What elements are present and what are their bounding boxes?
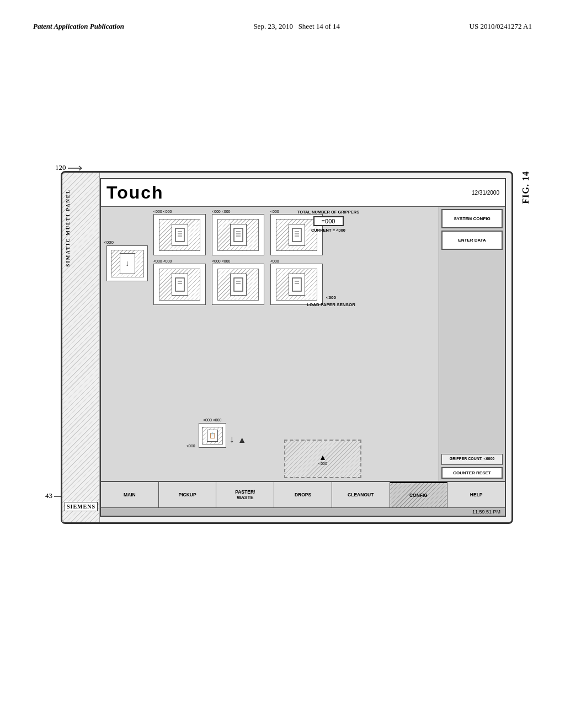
gripper-count-section: GRIPPER COUNT: <0000 xyxy=(441,454,503,465)
tab-drops[interactable]: DROPS xyxy=(274,482,332,507)
tab-config[interactable]: CONFIG xyxy=(390,482,448,507)
load-paper-text: LOAD PAPER SENSOR xyxy=(301,302,361,308)
load-paper-label: <000 xyxy=(301,295,361,301)
system-config-button[interactable]: SYSTEM CONFIG xyxy=(441,209,503,228)
nav-tabs: MAIN PICKUP PASTER/WASTE DROPS CLEANOUT … xyxy=(101,481,505,507)
tab-pickup[interactable]: PICKUP xyxy=(159,482,217,507)
device-frame: SIMATIC MULTI PANEL SIEMENS Touch 12/31/… xyxy=(61,171,513,524)
g1-label: <000 <000 xyxy=(153,210,209,213)
triangle-icon: ▲ xyxy=(238,435,247,445)
header-date-sheet: Sep. 23, 2010 Sheet 14 of 14 xyxy=(253,22,340,31)
gripper-1: <000 <000 xyxy=(153,210,209,255)
simatic-label: SIMATIC MULTI PANEL xyxy=(65,189,97,267)
date-display: 12/31/2000 xyxy=(472,190,499,196)
gripper-5: <000 <000 xyxy=(212,259,267,305)
counter-reset-button[interactable]: COUNTER RESET xyxy=(441,467,503,479)
current-value-label: CURRENT = <000 xyxy=(295,228,361,233)
gripper-count-label: GRIPPER COUNT: <0000 xyxy=(444,457,500,461)
svg-rect-10 xyxy=(234,228,243,242)
load-paper-section: <000 LOAD PAPER SENSOR xyxy=(301,295,361,307)
tab-main[interactable]: MAIN xyxy=(101,482,159,507)
svg-rect-21 xyxy=(234,278,243,291)
standalone-gripper: ↓ xyxy=(106,245,148,281)
figure-label: FIG. 14 xyxy=(521,171,531,204)
g2-label: <000 <000 xyxy=(212,210,267,213)
siemens-label: SIEMENS xyxy=(65,502,98,511)
svg-rect-6 xyxy=(175,228,184,242)
touch-title: Touch xyxy=(106,183,164,203)
total-grippers-label: TOTAL NUMBER OF GRIPPERS xyxy=(295,210,361,215)
header-patent: US 2010/0241272 A1 xyxy=(470,22,532,31)
svg-rect-24 xyxy=(292,278,301,291)
bottom-hatch-area: ▲ <000 xyxy=(284,440,361,478)
standalone-value: <000 xyxy=(104,240,114,245)
total-grippers-value: =000 xyxy=(313,216,344,226)
device-side-panel: SIMATIC MULTI PANEL SIEMENS xyxy=(62,173,100,522)
gripper-4: <000 <000 xyxy=(153,259,209,305)
tab-cleanout[interactable]: CLEANOUT xyxy=(332,482,390,507)
bottom-val1: <000 xyxy=(186,444,195,448)
time-display: 11:59:51 PM xyxy=(472,509,500,515)
svg-rect-18 xyxy=(175,278,184,291)
enter-data-button[interactable]: ENTER DATA xyxy=(441,231,503,250)
tab-help[interactable]: HELP xyxy=(447,482,505,507)
right-sidebar: SYSTEM CONFIG ENTER DATA GRIPPER COUNT: … xyxy=(439,207,505,481)
gripper-2: <000 <000 xyxy=(212,210,267,255)
tab-paster-waste[interactable]: PASTER/WASTE xyxy=(216,482,274,507)
total-grippers-section: TOTAL NUMBER OF GRIPPERS =000 CURRENT = … xyxy=(295,210,361,233)
header-publication: Patent Application Publication xyxy=(33,22,124,31)
arrow-down-icon: ↓ xyxy=(230,433,234,445)
time-bar: 11:59:51 PM xyxy=(101,507,505,516)
touch-header: Touch 12/31/2000 xyxy=(101,179,505,207)
page-header: Patent Application Publication Sep. 23, … xyxy=(33,22,532,31)
screen-display: Touch 12/31/2000 <000 xyxy=(100,178,506,517)
